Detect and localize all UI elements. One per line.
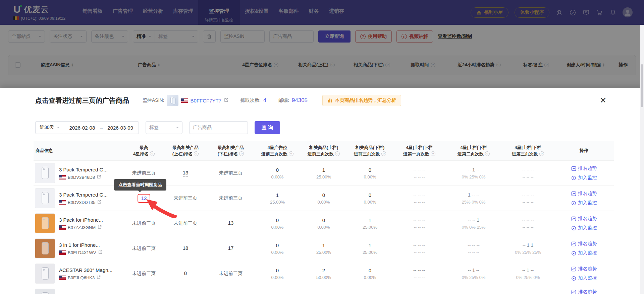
external-link-icon[interactable]	[97, 200, 101, 205]
info-icon[interactable]: ?	[289, 151, 293, 156]
rank-trend-link[interactable]: 排名趋势	[571, 289, 597, 294]
count-value: 0	[348, 191, 392, 199]
product-image[interactable]	[35, 264, 55, 284]
product-title[interactable]: 3 Pack Tempered G...	[59, 192, 108, 198]
rank-trend-summary-button[interactable]: 本页商品排名趋势，汇总分析	[322, 95, 401, 106]
info-icon[interactable]: ?	[431, 151, 435, 156]
count-cell: 125.00%	[348, 241, 392, 255]
dialog-ad-product-input[interactable]: 广告商品	[189, 121, 248, 134]
column-label: 最高相关产品	[218, 144, 244, 151]
monitored-asin-link[interactable]: B0FFCF7YT7	[191, 98, 222, 103]
external-link-icon[interactable]	[97, 275, 101, 280]
date-range-control: 近30天 2026-02-08 → 2026-03-09	[35, 121, 139, 134]
product-image[interactable]	[35, 213, 55, 233]
product-title[interactable]: 3 Pack for iPhone...	[59, 217, 103, 223]
product-image[interactable]	[35, 188, 55, 208]
dialog-search-button[interactable]: 查 询	[255, 121, 280, 134]
count-percent: -- -- --	[394, 199, 444, 205]
rank-number-link[interactable]: 8	[184, 270, 187, 277]
product-image[interactable]	[35, 238, 55, 259]
count-percent: 0.00%	[348, 199, 392, 205]
date-range-input[interactable]: 2026-02-08 → 2026-03-09	[64, 125, 139, 131]
count-cell: 1 -- --25% 0% 0%	[447, 191, 500, 205]
count-cell: -- -- ---- -- --	[394, 191, 444, 205]
rank-number-link[interactable]: 18	[183, 245, 189, 252]
column-label: 最高	[140, 144, 148, 151]
product-title[interactable]: ACESTAR 360° Magn...	[59, 267, 112, 273]
product-image[interactable]	[35, 289, 55, 294]
product-image[interactable]	[35, 163, 55, 183]
rank-trend-link[interactable]: 排名趋势	[571, 266, 597, 272]
rank-text: 未进前三页	[219, 170, 243, 175]
add-monitor-link[interactable]: 加入监控	[571, 175, 597, 181]
count-value: 1	[302, 166, 345, 174]
count-cell: 00.00%	[256, 241, 299, 255]
rank-trend-link[interactable]: 排名趋势	[571, 191, 597, 197]
add-monitor-link[interactable]: 加入监控	[571, 200, 597, 206]
rank-number-link[interactable]: 13	[183, 170, 189, 177]
dialog-column-header: 4星|上栏|下栏进第三页次数?	[502, 142, 554, 160]
count-cell: 00.00%	[302, 191, 345, 205]
info-icon[interactable]: ?	[194, 151, 199, 156]
scrollbar[interactable]	[640, 25, 644, 294]
info-icon[interactable]: ?	[335, 151, 340, 156]
table-row-partial: 排名趋势	[34, 286, 614, 294]
external-link-icon[interactable]	[98, 225, 102, 230]
external-link-icon[interactable]	[224, 98, 228, 103]
scrollbar-thumb[interactable]	[641, 64, 643, 107]
count-cell: -- -- ---- -- --	[394, 241, 444, 255]
zipcode-info: 邮编: 94305	[278, 97, 308, 104]
dialog-column-header: 最高相关产品(下栏)排名?	[207, 142, 254, 160]
product-asin[interactable]: B0DV3DDT35	[68, 200, 95, 205]
count-cell: 125.00%	[302, 241, 345, 255]
dialog-column-header: 4星|上栏|下栏进第二页次数?	[445, 142, 502, 160]
product-asin[interactable]: B0DV3B46D8	[68, 175, 95, 180]
monitored-product-image	[167, 95, 178, 106]
date-preset-select[interactable]: 近30天	[36, 122, 64, 134]
external-link-icon[interactable]	[98, 250, 102, 255]
count-value: 0	[256, 216, 299, 224]
count-value: -- -- --	[394, 216, 444, 224]
product-asin[interactable]: B07ZZJ3GNM	[68, 225, 96, 230]
count-cell: 00.00%	[256, 267, 299, 281]
column-label: 4星|上栏|下栏	[460, 144, 487, 151]
external-link-icon[interactable]	[97, 175, 101, 180]
rank-trend-link[interactable]: 排名趋势	[571, 165, 597, 171]
add-monitor-link[interactable]: 加入监控	[571, 250, 597, 256]
rank-number-link[interactable]: 13	[228, 220, 234, 227]
product-asin[interactable]: B0FLD4X1WV	[68, 250, 96, 255]
count-percent: 25.00%	[302, 249, 345, 255]
dialog-tag-select[interactable]: 标签	[146, 121, 182, 134]
count-value: 0	[256, 267, 299, 274]
target-circle-icon	[571, 201, 576, 206]
add-monitor-link[interactable]: 加入监控	[571, 225, 597, 231]
add-monitor-link[interactable]: 加入监控	[571, 275, 597, 281]
info-icon[interactable]: ?	[239, 151, 244, 156]
us-flag-icon	[59, 225, 66, 230]
dialog-column-header: 操作	[554, 145, 614, 156]
info-icon[interactable]: ?	[381, 151, 386, 156]
column-label: 商品信息	[36, 147, 53, 154]
count-cell: 00.00%	[348, 166, 392, 180]
count-percent: -- -- --	[503, 174, 553, 180]
product-asin[interactable]: B0FJLQ6HK3	[68, 275, 95, 280]
info-icon[interactable]: ?	[539, 151, 544, 156]
count-value: -- 1 --	[503, 267, 553, 274]
info-icon[interactable]: ?	[485, 151, 490, 156]
product-title[interactable]: 3 in 1 for iPhone...	[59, 242, 102, 248]
end-date: 2026-03-09	[107, 125, 133, 131]
count-cell: -- -- ---- -- --	[394, 267, 444, 281]
info-icon[interactable]: ?	[150, 151, 155, 156]
dialog-column-header: 最高4星排名?	[124, 142, 164, 160]
fetch-count-label: 抓取次数:	[240, 97, 261, 103]
rank-trend-link[interactable]: 排名趋势	[571, 241, 597, 247]
count-value: 0	[348, 267, 392, 274]
product-title[interactable]: 3 Pack Tempered G...	[59, 167, 108, 172]
chevron-down-icon	[176, 127, 179, 130]
rank-number-link[interactable]: 12	[138, 194, 151, 203]
monitor-asin-info: 监控ASIN: B0FFCF7YT7	[143, 95, 228, 106]
rank-trend-link[interactable]: 排名趋势	[571, 216, 597, 222]
rank-number-link[interactable]: 17	[228, 245, 234, 252]
close-icon[interactable]: ✕	[600, 97, 606, 104]
count-cell: -- -- 10% 0% 25%	[447, 216, 500, 230]
